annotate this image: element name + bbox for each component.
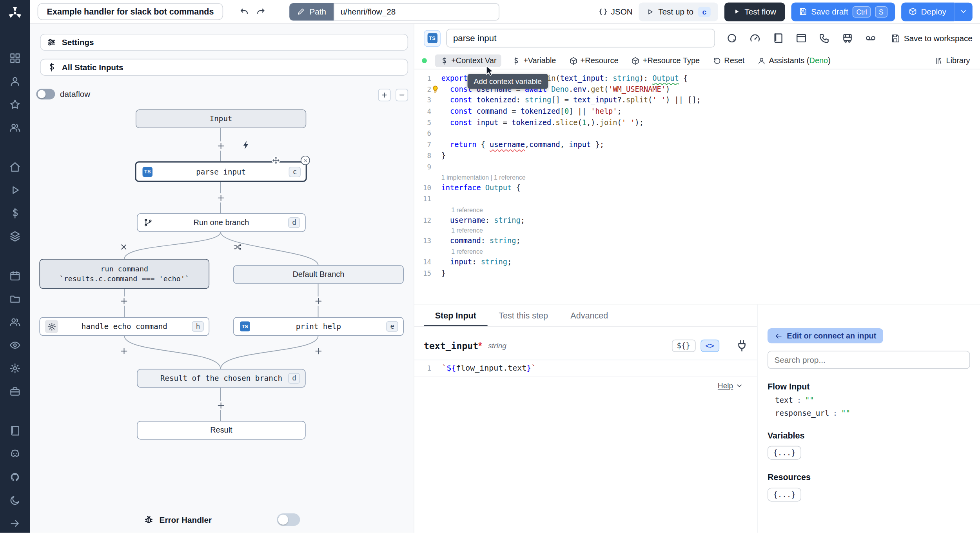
apps-icon[interactable] <box>9 53 21 64</box>
save-to-workspace-button[interactable]: Save to workspace <box>891 33 973 43</box>
settings-icon[interactable] <box>9 363 21 374</box>
test-up-to-button[interactable]: Test up to c <box>639 2 719 21</box>
sync-icon[interactable] <box>726 33 738 44</box>
path-button[interactable]: Path <box>289 3 334 20</box>
required-asterisk: * <box>478 341 482 351</box>
prop-response-url[interactable]: response_url:"" <box>768 409 970 418</box>
add-resource-button[interactable]: +Resource <box>567 55 621 67</box>
lightbulb-icon[interactable] <box>431 85 439 93</box>
node-branch-result[interactable]: Result of the chosen branch d <box>137 369 305 388</box>
code-editor[interactable]: 1export async function main(text_input: … <box>414 69 980 279</box>
tab-test-this-step[interactable]: Test this step <box>488 304 559 326</box>
connect-input-panel: Edit or connect an input Flow Input text… <box>757 304 980 533</box>
tooltip: Add context variable <box>468 74 548 89</box>
undo-icon[interactable] <box>240 7 250 17</box>
add-step-icon[interactable] <box>216 401 226 410</box>
phone-icon[interactable] <box>819 33 830 44</box>
node-run-command-branch[interactable]: run command `results.c.command === 'echo… <box>39 259 209 289</box>
voicemail-icon[interactable] <box>865 33 877 44</box>
ts-badge: TS <box>427 33 437 44</box>
node-print-help[interactable]: TS print help e <box>233 317 404 336</box>
step-id-badge: c <box>289 166 301 177</box>
discord-icon[interactable] <box>9 448 21 460</box>
connect-input-icon[interactable] <box>736 340 748 352</box>
book-icon[interactable] <box>773 33 784 44</box>
reset-button[interactable]: Reset <box>710 55 747 67</box>
add-resource-type-button[interactable]: +Resource Type <box>629 55 702 67</box>
ts-badge: TS <box>143 167 153 177</box>
workspace-icon[interactable] <box>9 386 21 397</box>
add-step-icon[interactable] <box>120 297 129 306</box>
expand-sidebar-icon[interactable] <box>9 518 21 529</box>
runs-icon[interactable] <box>9 184 21 196</box>
add-step-icon[interactable] <box>216 141 226 151</box>
deploy-dropdown-button[interactable] <box>954 2 973 21</box>
workers-icon[interactable] <box>9 317 21 328</box>
step-id-badge: c <box>698 7 711 17</box>
step-input-panel: Step Input Test this step Advanced text_… <box>414 304 757 533</box>
deploy-button[interactable]: Deploy <box>901 2 954 21</box>
assistants-button[interactable]: Assistants (Deno) <box>755 55 833 67</box>
add-step-icon[interactable] <box>314 346 323 356</box>
node-parse-input[interactable]: TS parse input c <box>135 161 307 182</box>
script-editor-panel: TS Save to workspace <box>414 24 980 304</box>
favorites-icon[interactable] <box>9 99 21 110</box>
edit-or-connect-button[interactable]: Edit or connect an input <box>768 328 883 343</box>
remove-step-icon[interactable] <box>301 156 310 165</box>
node-run-one-branch[interactable]: Run one branch d <box>137 213 305 232</box>
folders-icon[interactable] <box>9 293 21 305</box>
path-group: Path <box>289 3 499 20</box>
node-result[interactable]: Result <box>137 421 305 440</box>
add-step-icon[interactable] <box>216 193 226 203</box>
dollar-icon <box>512 56 520 65</box>
node-default-branch[interactable]: Default Branch <box>233 265 404 284</box>
window-icon[interactable] <box>796 33 807 44</box>
deno-label: Deno <box>809 56 828 65</box>
schedules-icon[interactable] <box>9 270 21 282</box>
library-button[interactable]: Library <box>932 55 972 67</box>
audit-logs-icon[interactable] <box>9 340 21 351</box>
code-mode-chip[interactable]: <> <box>701 340 720 352</box>
template-expr-chip[interactable]: ${} <box>672 340 695 352</box>
github-icon[interactable] <box>9 471 21 483</box>
help-link[interactable]: Help <box>718 382 743 390</box>
expression-editor[interactable]: 1 `${flow_input.text}` <box>414 360 757 377</box>
variables-object-chip[interactable]: {...} <box>768 446 801 460</box>
search-prop-input[interactable] <box>768 351 970 369</box>
add-variable-button[interactable]: +Variable <box>510 55 559 67</box>
add-step-icon[interactable] <box>120 346 129 356</box>
error-handler-toggle[interactable] <box>277 513 300 526</box>
tab-advanced[interactable]: Advanced <box>559 304 619 326</box>
step-name-input[interactable] <box>446 29 715 47</box>
resources-object-chip[interactable]: {...} <box>768 488 801 502</box>
save-draft-button[interactable]: Save draft Ctrl S <box>791 2 895 21</box>
gauge-icon[interactable] <box>750 33 761 44</box>
swap-branch-icon[interactable] <box>233 243 242 251</box>
branch-icon <box>144 218 152 227</box>
node-handle-echo-command[interactable]: handle echo command h <box>39 317 209 336</box>
dark-mode-icon[interactable] <box>9 495 21 506</box>
groups-icon[interactable] <box>9 122 21 133</box>
move-step-icon[interactable] <box>272 156 280 165</box>
redo-icon[interactable] <box>256 7 266 17</box>
docs-icon[interactable] <box>9 425 21 437</box>
gear-icon <box>45 320 58 333</box>
tab-step-input[interactable]: Step Input <box>424 304 488 326</box>
prop-text[interactable]: text:"" <box>768 396 970 404</box>
test-flow-button[interactable]: Test flow <box>724 2 785 21</box>
editor-header-icons <box>726 33 877 44</box>
add-step-icon[interactable] <box>314 297 323 306</box>
home-icon[interactable] <box>9 161 21 173</box>
node-input[interactable]: Input <box>136 109 306 128</box>
variables-icon[interactable] <box>9 207 21 219</box>
delete-branch-icon[interactable] <box>120 243 128 251</box>
trigger-icon[interactable] <box>241 140 251 150</box>
rotate-ccw-icon <box>713 56 721 65</box>
json-button[interactable]: JSON <box>599 7 633 16</box>
vehicle-icon[interactable] <box>842 33 853 44</box>
flow-graph-panel: Settings All Static Inputs dataflow <box>30 24 415 533</box>
user-icon[interactable] <box>9 76 21 87</box>
resources-icon[interactable] <box>9 231 21 242</box>
arrow-left-icon <box>774 332 782 340</box>
path-input[interactable] <box>334 3 499 20</box>
